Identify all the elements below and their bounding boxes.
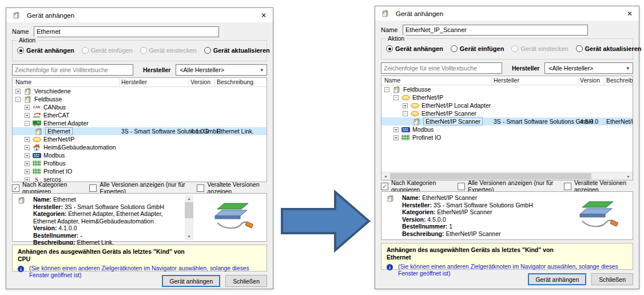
expander-icon[interactable]: + <box>25 105 30 110</box>
info-manufacturer-value: 3S - Smart Software Solutions GmbH <box>434 202 533 209</box>
tree-row[interactable]: +Modbus <box>381 125 633 133</box>
tree-item-label: EtherNet/IP <box>412 94 443 101</box>
expander-icon[interactable]: + <box>15 89 21 94</box>
manufacturer-dropdown[interactable]: <Alle Hersteller> ▾ <box>544 62 633 74</box>
radio-append-device[interactable]: Gerät anhängen <box>17 47 74 54</box>
expander-icon[interactable]: + <box>393 135 399 140</box>
scroll-down-icon[interactable]: ▼ <box>185 233 193 240</box>
expander-icon[interactable]: - <box>384 87 389 92</box>
expander-icon[interactable]: - <box>15 97 21 102</box>
grid-icon <box>401 134 410 141</box>
tree-row[interactable]: -Ethernet Adapter <box>13 119 267 127</box>
column-header-version[interactable]: Version <box>190 78 210 85</box>
expander-icon[interactable]: - <box>403 111 408 116</box>
expander-icon[interactable]: + <box>403 103 408 108</box>
tree-row[interactable]: +Profinet IO <box>381 133 633 141</box>
fulltext-search-input[interactable] <box>12 64 133 76</box>
info-vertical-scrollbar[interactable]: ▲ ▼ <box>185 195 193 240</box>
tree-row[interactable]: -Feldbusse <box>381 85 633 93</box>
name-label: Name <box>12 28 34 35</box>
radio-insert-device: Gerät einfügen <box>82 47 133 54</box>
expander-icon[interactable]: - <box>393 95 399 100</box>
ethercat-icon <box>32 112 41 119</box>
checkbox-checked-icon: ✓ <box>12 184 19 192</box>
info-order-label: Bestellnummer: <box>402 223 447 230</box>
tree-row[interactable]: -Feldbusse <box>13 95 267 103</box>
tree-row-selected[interactable]: Ethernet3S - Smart Software Solutions Gm… <box>13 127 267 135</box>
ethernet-ip-icon <box>32 136 41 143</box>
column-divider <box>578 77 578 85</box>
device-name-input[interactable] <box>34 26 219 37</box>
radio-append-device[interactable]: Gerät anhängen <box>386 45 443 52</box>
attach-device-button[interactable]: Gerät anhängen <box>528 273 586 285</box>
scroll-up-icon[interactable]: ▲ <box>185 195 193 202</box>
tree-item-label: EtherNet/IP Scanner <box>422 110 476 117</box>
device-icon <box>11 11 21 19</box>
tree-row[interactable]: +Profinet IO <box>13 167 267 175</box>
info-order-value: - <box>80 232 82 239</box>
attach-device-button[interactable]: Gerät anhängen <box>162 275 220 287</box>
device-icon <box>34 128 43 135</box>
fulltext-search-input[interactable] <box>381 62 502 74</box>
tree-row[interactable]: +Profibus <box>13 159 267 167</box>
expander-icon[interactable]: + <box>25 137 30 142</box>
tree-body: +Verschiedene -Feldbusse +CANCANbus +Eth… <box>13 87 267 182</box>
tree-body: -Feldbusse -EtherNet/IP +EtherNet/IP Loc… <box>381 85 633 141</box>
tree-horizontal-scrollbar[interactable]: ◄ ► <box>381 172 633 180</box>
radio-insert-device[interactable]: Gerät einfügen <box>451 45 504 52</box>
tree-row[interactable]: +CANCANbus <box>13 103 267 111</box>
column-header-name[interactable]: Name <box>15 78 31 85</box>
radio-update-device[interactable]: Gerät aktualisieren <box>576 45 642 52</box>
info-order-value: 1 <box>449 223 452 230</box>
tree-row[interactable]: +EtherCAT <box>13 111 267 119</box>
tree-cell-version: 4.1.0.0 <box>190 127 209 135</box>
device-name-input[interactable] <box>403 25 588 36</box>
tree-row-selected[interactable]: EtherNet/IP Scanner3S - Smart Software S… <box>381 117 633 125</box>
expander-icon[interactable]: + <box>25 145 30 150</box>
title-bar[interactable]: Gerät anhängen ✕ <box>6 8 273 22</box>
add-device-dialog-right: Gerät anhängen ✕ Name Aktion Gerät anhän… <box>375 6 639 289</box>
tree-row[interactable]: +Verschiedene <box>13 87 267 95</box>
scrollbar-thumb[interactable] <box>390 173 591 179</box>
column-header-manufacturer[interactable]: Hersteller <box>494 77 519 84</box>
tree-row[interactable]: -EtherNet/IP <box>381 93 633 101</box>
expander-icon[interactable]: - <box>25 121 30 126</box>
dialog-buttons: Gerät anhängen Schließen <box>162 275 267 287</box>
info-order-label: Bestellnummer: <box>33 232 78 239</box>
tree-row[interactable]: -EtherNet/IP Scanner <box>381 109 633 117</box>
radio-dot-icon <box>451 45 458 52</box>
scrollbar-thumb[interactable] <box>185 202 193 218</box>
info-version-value: 4.1.0.0 <box>58 225 77 231</box>
tree-row[interactable]: +Heim&Gebäudeautomation <box>13 143 267 151</box>
tree-item-label: Verschiedene <box>34 88 71 95</box>
name-row: Name <box>381 24 633 36</box>
expander-icon[interactable]: + <box>25 113 30 118</box>
close-icon[interactable]: ✕ <box>260 11 268 19</box>
info-version-label: Version: <box>402 216 426 223</box>
column-header-description[interactable]: Beschreibung <box>217 78 253 85</box>
column-header-version[interactable]: Version <box>580 77 600 84</box>
title-bar[interactable]: Gerät anhängen ✕ <box>375 6 639 21</box>
column-header-manufacturer[interactable]: Hersteller <box>121 78 147 85</box>
radio-update-device[interactable]: Gerät aktualisieren <box>204 47 270 54</box>
close-icon[interactable]: ✕ <box>626 10 634 18</box>
tree-row[interactable]: +EtherNet/IP <box>13 135 267 143</box>
tree-row[interactable]: +Modbus <box>13 151 267 159</box>
expander-icon[interactable]: + <box>25 161 30 166</box>
column-header-name[interactable]: Name <box>384 77 400 84</box>
expander-icon[interactable]: + <box>25 153 30 158</box>
info-name-label: Name: <box>402 194 420 201</box>
tree-header: Name Hersteller Version Beschreibung <box>381 76 633 85</box>
expander-icon[interactable]: + <box>393 127 399 132</box>
manufacturer-dropdown[interactable]: <Alle Hersteller> ▾ <box>176 64 267 76</box>
close-button[interactable]: Schließen <box>225 275 267 287</box>
device-tree-panel: Name Hersteller Version Beschreibung -Fe… <box>381 76 633 180</box>
tree-row[interactable]: +EtherNet/IP Local Adapter <box>381 101 633 109</box>
close-button[interactable]: Schließen <box>591 273 633 285</box>
tree-item-label: Profibus <box>43 160 66 167</box>
dialog-title: Gerät anhängen <box>396 10 443 17</box>
expander-icon[interactable]: + <box>25 169 30 174</box>
tree-item-label: EtherNet/IP Scanner <box>423 117 483 125</box>
tree-item-label: Feldbusse <box>403 86 431 93</box>
column-header-description[interactable]: Beschreibung <box>606 77 633 84</box>
